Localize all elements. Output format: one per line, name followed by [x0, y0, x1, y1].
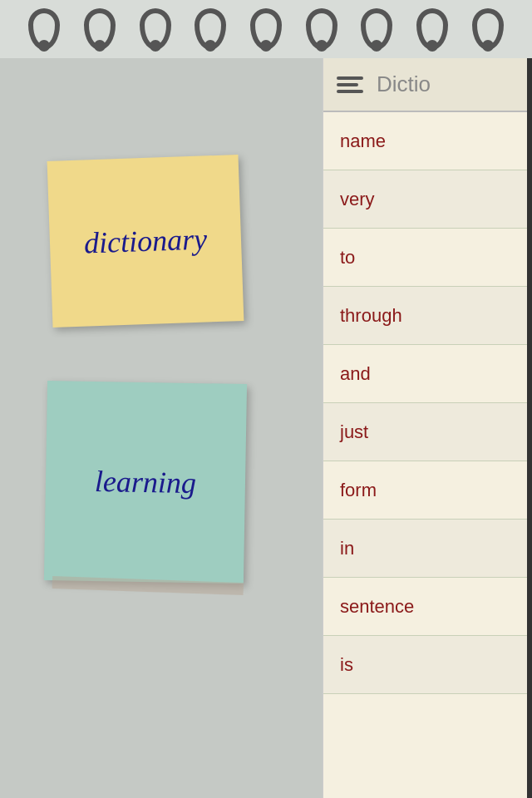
ring-2 [84, 8, 116, 50]
dict-panel-title: Dictio [377, 71, 431, 97]
ring-4 [195, 8, 226, 50]
word-item-very[interactable]: very [323, 170, 532, 229]
dict-header: Dictio [323, 58, 532, 112]
dictionary-panel: Dictio nameverytothroughandjustforminsen… [323, 58, 532, 798]
sticky-note-dictionary-text: dictionary [75, 213, 216, 269]
sticky-note-learning[interactable]: learning [44, 381, 247, 584]
ring-7 [361, 8, 392, 50]
word-item-through[interactable]: through [323, 287, 532, 345]
rings-bar [0, 0, 532, 58]
word-item-and[interactable]: and [323, 345, 532, 403]
ring-3 [140, 8, 171, 50]
ring-5 [250, 8, 282, 50]
main-area: dictionary learning Dictio nameverytothr… [0, 58, 532, 798]
word-text-name: name [340, 131, 386, 152]
word-item-just[interactable]: just [323, 403, 532, 461]
list-icon-line-1 [337, 76, 363, 80]
ring-9 [472, 8, 504, 50]
sticky-note-learning-text: learning [86, 456, 204, 509]
ring-6 [306, 8, 337, 50]
word-item-form[interactable]: form [323, 461, 532, 520]
word-text-to: to [340, 247, 355, 268]
sticky-note-dictionary[interactable]: dictionary [47, 155, 244, 328]
word-item-name[interactable]: name [323, 112, 532, 170]
word-text-is: is [340, 654, 353, 676]
word-item-sentence[interactable]: sentence [323, 578, 532, 636]
list-icon[interactable] [337, 76, 363, 93]
ring-1 [28, 8, 60, 50]
word-list[interactable]: nameverytothroughandjustforminsentenceis [323, 112, 532, 798]
word-text-sentence: sentence [340, 596, 414, 618]
word-item-to[interactable]: to [323, 229, 532, 287]
word-text-through: through [340, 305, 402, 327]
word-text-very: very [340, 189, 375, 210]
word-text-and: and [340, 363, 371, 385]
list-icon-line-3 [337, 90, 363, 93]
list-icon-line-2 [337, 83, 358, 86]
word-text-form: form [340, 480, 377, 501]
ring-8 [416, 8, 448, 50]
word-text-just: just [340, 421, 368, 443]
word-item-is[interactable]: is [323, 636, 532, 694]
word-text-in: in [340, 538, 354, 559]
word-item-in[interactable]: in [323, 520, 532, 578]
